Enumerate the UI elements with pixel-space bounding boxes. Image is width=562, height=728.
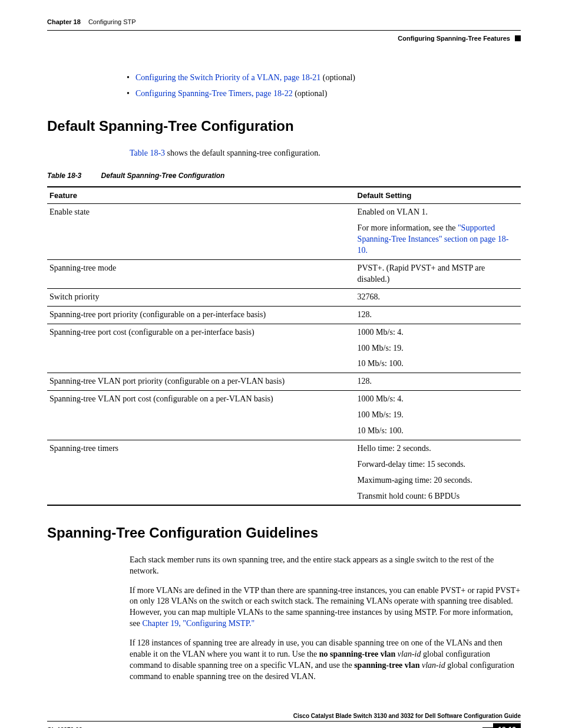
list-item: Configuring Spanning-Tree Timers, page 1…: [135, 88, 521, 100]
setting-cell: PVST+. (Rapid PVST+ and MSTP are disable…: [355, 260, 521, 289]
table-row: Spanning-tree timers Hello time: 2 secon…: [47, 440, 521, 505]
col-setting: Default Setting: [355, 187, 521, 204]
setting-text: 1000 Mb/s: 4.: [358, 328, 404, 337]
cmd-arg: vlan-id: [395, 650, 423, 658]
header-marker-icon: [515, 35, 521, 41]
footer-right: 18-13: [482, 723, 521, 728]
setting-cell: 128.: [355, 373, 521, 391]
cmd-bold: spanning-tree vlan: [354, 661, 419, 670]
setting-line: 100 Mb/s: 19.: [358, 410, 518, 421]
table-row: Spanning-tree VLAN port cost (configurab…: [47, 391, 521, 440]
header-subtopic: Configuring Spanning-Tree Features: [398, 34, 510, 43]
intro-paragraph: Table 18-3 shows the default spanning-tr…: [130, 148, 521, 159]
footer-bottom: OL-13270-03 18-13: [47, 723, 521, 728]
setting-text: Hello time: 2 seconds.: [358, 444, 431, 453]
feature-cell: Spanning-tree mode: [47, 260, 355, 289]
col-feature: Feature: [47, 187, 355, 204]
setting-line: Forward-delay time: 15 seconds.: [358, 459, 518, 470]
setting-cell: 128.: [355, 306, 521, 324]
table-row: Enable state Enabled on VLAN 1. For more…: [47, 204, 521, 260]
paragraph: If more VLANs are defined in the VTP tha…: [130, 585, 521, 630]
table-caption-text: Default Spanning-Tree Configuration: [101, 172, 225, 180]
setting-line: 10 Mb/s: 100.: [358, 358, 518, 370]
cmd-arg: vlan-id: [420, 661, 448, 670]
setting-cell: 1000 Mb/s: 4. 100 Mb/s: 19. 10 Mb/s: 100…: [355, 324, 521, 373]
table-caption-id: Table 18-3: [47, 172, 81, 180]
cmd-bold: no spanning-tree vlan: [319, 650, 396, 658]
link-chapter19[interactable]: Chapter 19, "Configuring MSTP.": [142, 619, 254, 628]
setting-cell: 32768.: [355, 288, 521, 306]
link-table-ref[interactable]: Table 18-3: [130, 149, 165, 157]
feature-cell: Spanning-tree VLAN port cost (configurab…: [47, 391, 355, 440]
footer-docid: OL-13270-03: [47, 726, 82, 728]
page-number: 18-13: [493, 723, 521, 728]
feature-cell: Enable state: [47, 204, 355, 260]
section-title-guidelines: Spanning-Tree Configuration Guidelines: [47, 523, 521, 542]
chapter-label: Chapter 18: [47, 18, 81, 25]
table-row: Spanning-tree port cost (configurable on…: [47, 324, 521, 373]
page-footer: Cisco Catalyst Blade Switch 3130 and 303…: [47, 712, 521, 728]
footer-guide: Cisco Catalyst Blade Switch 3130 and 303…: [47, 712, 521, 722]
setting-line: 10 Mb/s: 100.: [358, 426, 518, 437]
setting-cell: Hello time: 2 seconds. Forward-delay tim…: [355, 440, 521, 505]
table-row: Switch priority 32768.: [47, 288, 521, 306]
link-timers[interactable]: Configuring Spanning-Tree Timers, page 1…: [135, 89, 293, 98]
feature-cell: Spanning-tree timers: [47, 440, 355, 505]
feature-cell: Spanning-tree VLAN port priority (config…: [47, 373, 355, 391]
feature-cell: Spanning-tree port priority (configurabl…: [47, 306, 355, 324]
table-row: Spanning-tree port priority (configurabl…: [47, 306, 521, 324]
setting-cell: Enabled on VLAN 1. For more information,…: [355, 204, 521, 260]
bullet-suffix: (optional): [293, 89, 328, 98]
header-left: Chapter 18 Configuring STP: [47, 18, 136, 27]
link-switch-priority[interactable]: Configuring the Switch Priority of a VLA…: [135, 73, 320, 82]
setting-line: Maximum-aging time: 20 seconds.: [358, 475, 518, 486]
paragraph: If 128 instances of spanning tree are al…: [130, 638, 521, 683]
setting-line: Transmit hold count: 6 BPDUs: [358, 491, 518, 502]
bullet-suffix: (optional): [320, 73, 355, 82]
setting-cell: 1000 Mb/s: 4. 100 Mb/s: 19. 10 Mb/s: 100…: [355, 391, 521, 440]
setting-line: 100 Mb/s: 19.: [358, 343, 518, 354]
setting-extra-prefix: For more information, see the: [358, 223, 458, 232]
table-row: Spanning-tree VLAN port priority (config…: [47, 373, 521, 391]
setting-extra: For more information, see the "Supported…: [358, 223, 518, 256]
feature-cell: Spanning-tree port cost (configurable on…: [47, 324, 355, 373]
intro-rest: shows the default spanning-tree configur…: [165, 149, 320, 157]
section-title-default: Default Spanning-Tree Configuration: [47, 117, 521, 136]
table-row: Spanning-tree mode PVST+. (Rapid PVST+ a…: [47, 260, 521, 289]
paragraph: Each stack member runs its own spanning …: [130, 555, 521, 577]
list-item: Configuring the Switch Priority of a VLA…: [135, 73, 521, 84]
setting-text: 1000 Mb/s: 4.: [358, 394, 404, 403]
header-subline: Configuring Spanning-Tree Features: [47, 30, 521, 43]
config-table: Feature Default Setting Enable state Ena…: [47, 186, 521, 506]
setting-text: Enabled on VLAN 1.: [358, 207, 428, 216]
page-header: Chapter 18 Configuring STP: [47, 18, 521, 27]
feature-cell: Switch priority: [47, 288, 355, 306]
table-caption: Table 18-3 Default Spanning-Tree Configu…: [47, 171, 521, 180]
bullet-list: Configuring the Switch Priority of a VLA…: [47, 73, 521, 100]
chapter-topic: Configuring STP: [88, 18, 136, 25]
